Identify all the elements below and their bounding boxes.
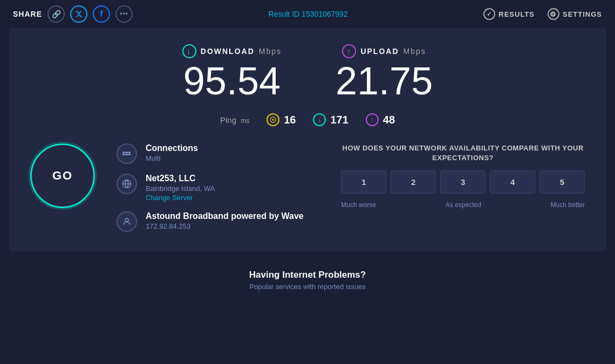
ping-upload-icon: ↑ [366,113,379,126]
connections-text: Connections Multi [146,143,198,162]
upload-label-row: ↑ UPLOAD Mbps [336,44,433,58]
download-icon: ↓ [182,44,196,58]
settings-button[interactable]: ⚙ SETTINGS [548,8,602,20]
more-icon[interactable]: ••• [115,5,133,23]
ping-idle: 16 [266,113,296,126]
go-button-wrapper: GO [30,143,95,208]
svg-rect-2 [128,152,131,153]
survey-btn-2[interactable]: 2 [391,170,436,194]
internet-problems-title: Having Internet Problems? [22,270,593,280]
share-label: SHARE [13,10,42,18]
main-card: ↓ DOWNLOAD Mbps 95.54 ↑ UPLOAD Mbps 21.7… [9,28,606,251]
ping-label: Ping ms [220,115,249,125]
ping-upload: ↑ 48 [366,113,395,126]
ping-idle-value: 16 [284,114,296,126]
survey-label-center: As expected [446,201,481,209]
link-icon[interactable]: 🔗 [47,5,65,23]
svg-rect-1 [126,152,128,153]
server-row: Net253, LLC Bainbridge Island, WA Change… [117,174,319,202]
ping-idle-icon [266,113,279,126]
download-block: ↓ DOWNLOAD Mbps 95.54 [182,44,282,100]
ping-section: Ping ms 16 ↓ 171 ↑ 48 [30,113,585,126]
upload-value: 21.75 [336,61,433,100]
connections-row: Connections Multi [117,143,319,164]
go-button[interactable]: GO [30,143,95,208]
upload-icon: ↑ [342,44,356,58]
connections-icon [117,143,137,164]
lower-section: GO Connections M [30,143,585,232]
results-icon: ✓ [483,8,495,20]
share-section: SHARE 🔗 f ••• [13,5,133,23]
topbar: SHARE 🔗 f ••• Result ID 15301067992 ✓ RE… [0,0,615,28]
topbar-right: ✓ RESULTS ⚙ SETTINGS [483,8,602,20]
twitter-icon[interactable] [70,5,87,23]
svg-point-8 [125,218,128,222]
survey-btn-4[interactable]: 4 [490,170,535,194]
isp-title: Astound Broadband powered by Wave [146,211,304,221]
info-blocks: Connections Multi Net253, LLC Bainbridge… [117,143,319,232]
server-location: Bainbridge Island, WA [146,184,215,193]
survey-labels: Much worse As expected Much better [341,201,585,209]
survey-label-left: Much worse [341,201,376,209]
isp-icon [117,211,137,232]
bottom-section: Having Internet Problems? Popular servic… [0,260,615,300]
speed-section: ↓ DOWNLOAD Mbps 95.54 ↑ UPLOAD Mbps 21.7… [30,44,585,100]
isp-row: Astound Broadband powered by Wave 172.92… [117,211,319,232]
change-server-link[interactable]: Change Server [146,194,215,202]
svg-rect-4 [126,154,128,155]
survey-btn-3[interactable]: 3 [440,170,486,194]
download-label-row: ↓ DOWNLOAD Mbps [182,44,282,58]
survey-btn-1[interactable]: 1 [341,170,386,194]
svg-rect-0 [123,152,125,153]
facebook-icon[interactable]: f [93,5,110,23]
results-button[interactable]: ✓ RESULTS [483,8,535,20]
survey-btn-5[interactable]: 5 [539,170,585,194]
ping-download-value: 171 [330,114,348,126]
ping-download: ↓ 171 [313,113,348,126]
server-text: Net253, LLC Bainbridge Island, WA Change… [146,174,215,202]
server-icon [117,174,137,194]
svg-rect-5 [128,154,131,155]
result-id: Result ID 15301067992 [269,10,348,18]
survey-section: HOW DOES YOUR NETWORK AVAILABILITY COMPA… [341,143,585,209]
ping-download-icon: ↓ [313,113,326,126]
isp-text: Astound Broadband powered by Wave 172.92… [146,211,304,230]
connections-title: Connections [146,143,198,153]
upload-block: ↑ UPLOAD Mbps 21.75 [336,44,433,100]
ping-upload-value: 48 [383,114,395,126]
svg-rect-3 [123,154,125,155]
download-value: 95.54 [182,61,282,100]
connections-value: Multi [146,154,198,162]
survey-question: HOW DOES YOUR NETWORK AVAILABILITY COMPA… [341,143,585,163]
internet-problems-subtitle: Popular services with reported issues [22,283,593,291]
server-title: Net253, LLC [146,174,215,183]
survey-label-right: Much better [551,201,585,209]
survey-buttons: 1 2 3 4 5 [341,170,585,194]
isp-ip: 172.92.84.253 [146,222,304,230]
settings-icon: ⚙ [548,8,559,20]
